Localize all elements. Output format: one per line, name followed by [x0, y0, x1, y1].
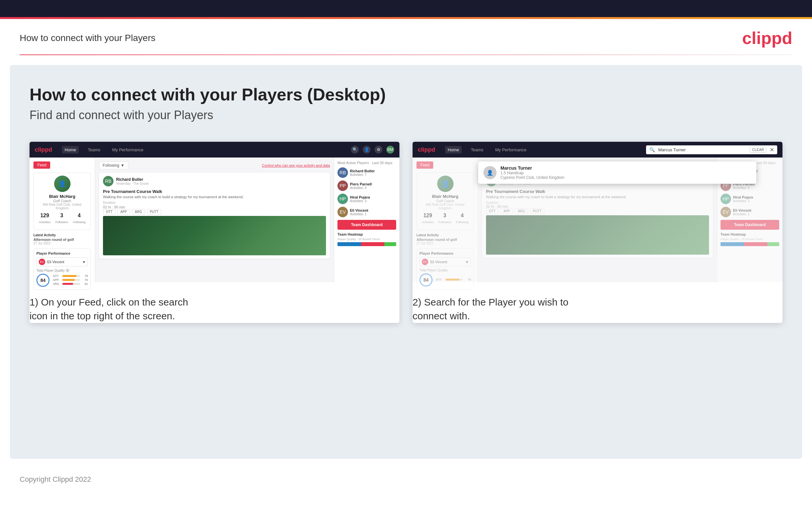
page-heading: How to connect with your Players (Deskto… — [30, 85, 782, 104]
user-name: Blair McHarg — [36, 194, 88, 199]
header: How to connect with your Players clippd — [0, 19, 812, 54]
search-icon-overlay: 🔍 — [649, 147, 655, 152]
most-active-title: Most Active Players · Last 30 days — [337, 161, 396, 165]
activity-user-avatar: RB — [103, 176, 113, 186]
screenshots-row: clippd Home Teams My Performance 🔍 👤 ⚙ B… — [30, 142, 782, 323]
user-avatar-large: 👤 — [54, 176, 70, 192]
heatmap-bar-green — [384, 242, 396, 246]
stats-row-2: 129 Activities 3 Followers 4 — [420, 213, 471, 224]
activity-card: RB Richard Butler Yesterday · The Grove … — [99, 173, 330, 259]
screenshot-panel-2: clippd Home Teams My Performance 🔍 Marcu… — [413, 142, 782, 323]
profile-icon[interactable]: 👤 — [363, 146, 371, 154]
page-title: How to connect with your Players — [20, 33, 155, 43]
latest-activity-label: Latest Activity — [34, 233, 91, 237]
nav-teams-2[interactable]: Teams — [468, 146, 486, 154]
user-card-2: 👤 Blair McHarg Golf Coach Mill Ride Golf… — [417, 173, 474, 230]
control-link[interactable]: Control who can see your activity and da… — [262, 163, 330, 167]
clear-button[interactable]: CLEAR — [750, 147, 766, 153]
top-bar — [0, 0, 812, 17]
user-avatar[interactable]: BM — [386, 146, 394, 154]
player-item-3: HP Hiral Pujara Activities: 3 — [337, 194, 396, 204]
latest-activity-title: Afternoon round of golf — [34, 238, 91, 242]
app-sidebar-2: Feed 👤 Blair McHarg Golf Coach Mill Ride… — [413, 158, 478, 282]
nav-teams[interactable]: Teams — [85, 146, 103, 154]
search-result-avatar: 👤 — [483, 166, 496, 179]
page-subheading: Find and connect with your Players — [30, 108, 782, 122]
search-dropdown: 👤 Marcus Turner 1.5 Handicap Cypress Poi… — [478, 162, 756, 184]
player-select[interactable]: EV Eli Vincent ▼ — [36, 257, 88, 266]
app-logo-2: clippd — [418, 146, 435, 153]
stats-row: 129 Activities 3 Followers 4 Following — [36, 213, 88, 224]
user-role-2: Golf Coach — [420, 199, 471, 203]
app-sidebar-1: Feed 👤 Blair McHarg Golf Coach Mill Ride… — [30, 158, 95, 282]
nav-my-performance-2[interactable]: My Performance — [492, 146, 529, 154]
chevron-icon: ▼ — [121, 163, 125, 168]
stat-following: 4 Following — [73, 213, 85, 224]
user-name-2: Blair McHarg — [420, 194, 471, 199]
player-4-avatar: EV — [337, 207, 348, 217]
team-heatmap-section: Team Heatmap Player Quality · 20 Round T… — [337, 232, 396, 246]
search-input-text[interactable]: Marcus Turner — [658, 147, 747, 152]
app-body-overlay-wrapper: Feed 👤 Blair McHarg Golf Coach Mill Ride… — [413, 158, 782, 282]
stat-followers: 3 Followers — [55, 213, 68, 224]
quality-score: 84 OTT 79 — [36, 274, 88, 287]
score-bar-app: APP 70 — [53, 278, 88, 282]
player-1-name: Richard Butler — [350, 169, 396, 173]
nav-home[interactable]: Home — [62, 146, 79, 154]
duration-label: Duration — [103, 201, 326, 205]
activity-header: RB Richard Butler Yesterday · The Grove — [103, 176, 326, 186]
tag-ott: OTT — [103, 209, 115, 215]
player-4-acts: Activities: 1 — [350, 212, 396, 216]
score-bar-ott: OTT 79 — [53, 274, 88, 278]
player-item-1: RB Richard Butler Activities: 7 — [337, 167, 396, 178]
heatmap-sub: Player Quality · 20 Round Trend — [337, 238, 396, 241]
logo-text: clipp — [742, 29, 782, 48]
activity-user-name: Richard Butler — [116, 177, 149, 182]
activity-tags: OTT APP ARG PUTT — [103, 209, 326, 215]
search-result-club: Cypress Point Club, United Kingdom — [500, 175, 564, 180]
caption-1: 1) On your Feed, click on the searchicon… — [30, 295, 399, 323]
following-bar: Following ▼ Control who can see your act… — [99, 162, 330, 169]
app-ui-2: clippd Home Teams My Performance 🔍 Marcu… — [413, 142, 782, 282]
player-3-avatar: HP — [337, 194, 348, 204]
activity-desc: Walking the course with my coach to buil… — [103, 195, 326, 199]
search-result-name: Marcus Turner — [500, 165, 564, 171]
heatmap-bar — [337, 242, 396, 246]
close-search-icon[interactable]: ✕ — [770, 147, 774, 153]
quality-label: Total Player Quality i — [36, 268, 88, 272]
user-role: Golf Coach — [36, 199, 88, 203]
search-bar-overlay: 🔍 Marcus Turner CLEAR ✕ — [646, 145, 777, 154]
tag-putt: PUTT — [147, 209, 161, 215]
nav-home-2[interactable]: Home — [445, 146, 462, 154]
feed-tab[interactable]: Feed — [34, 162, 50, 169]
player-avatar: EV — [39, 259, 45, 265]
player-performance-widget-1: Player Performance EV Eli Vincent ▼ Tota… — [34, 248, 91, 290]
latest-activity-2: Latest Activity Afternoon round of golf … — [417, 233, 474, 245]
latest-activity: Latest Activity Afternoon round of golf … — [34, 233, 91, 245]
user-avatar-2: 👤 — [437, 176, 453, 192]
player-2-acts: Activities: 4 — [350, 186, 396, 190]
app-ui-1: clippd Home Teams My Performance 🔍 👤 ⚙ B… — [30, 142, 399, 282]
team-dashboard-button[interactable]: Team Dashboard — [337, 220, 396, 230]
activity-duration: 02 hr : 00 min — [103, 205, 326, 209]
golfer-image — [103, 216, 326, 255]
heatmap-title: Team Heatmap — [337, 232, 396, 236]
activity-image — [103, 216, 326, 255]
search-icon[interactable]: 🔍 — [351, 146, 359, 154]
player-perf-title: Player Performance — [36, 251, 88, 255]
heatmap-bar-red — [361, 242, 385, 246]
nav-my-performance[interactable]: My Performance — [109, 146, 146, 154]
stat-activities: 129 Activities — [39, 213, 50, 224]
footer: Copyright Clippd 2022 — [0, 469, 812, 490]
following-button[interactable]: Following ▼ — [99, 162, 128, 169]
score-bar-arg: ARG 61 — [53, 282, 88, 286]
feed-tab-2: Feed — [417, 162, 433, 169]
search-result[interactable]: 👤 Marcus Turner 1.5 Handicap Cypress Poi… — [483, 165, 751, 180]
app-main-1: Following ▼ Control who can see your act… — [95, 158, 334, 282]
header-divider — [20, 54, 792, 55]
player-2-name: Piers Parnell — [350, 182, 396, 186]
settings-icon[interactable]: ⚙ — [375, 146, 382, 154]
player-1-avatar: RB — [337, 167, 348, 178]
user-card: 👤 Blair McHarg Golf Coach Mill Ride Golf… — [34, 173, 91, 230]
screenshot-panel-1: clippd Home Teams My Performance 🔍 👤 ⚙ B… — [30, 142, 399, 323]
